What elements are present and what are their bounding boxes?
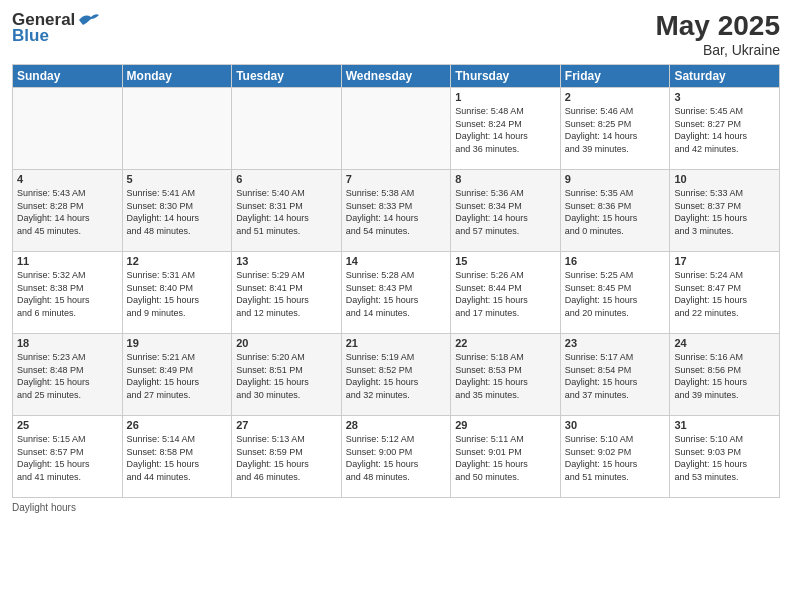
day-of-week-header: Thursday <box>451 65 561 88</box>
day-info: Sunrise: 5:12 AM Sunset: 9:00 PM Dayligh… <box>346 433 447 483</box>
calendar-cell: 14Sunrise: 5:28 AM Sunset: 8:43 PM Dayli… <box>341 252 451 334</box>
day-number: 21 <box>346 337 447 349</box>
day-of-week-header: Monday <box>122 65 232 88</box>
day-number: 16 <box>565 255 666 267</box>
day-number: 14 <box>346 255 447 267</box>
day-info: Sunrise: 5:23 AM Sunset: 8:48 PM Dayligh… <box>17 351 118 401</box>
calendar-cell <box>232 88 342 170</box>
calendar-cell: 30Sunrise: 5:10 AM Sunset: 9:02 PM Dayli… <box>560 416 670 498</box>
day-number: 11 <box>17 255 118 267</box>
day-number: 24 <box>674 337 775 349</box>
day-info: Sunrise: 5:21 AM Sunset: 8:49 PM Dayligh… <box>127 351 228 401</box>
day-number: 23 <box>565 337 666 349</box>
day-info: Sunrise: 5:19 AM Sunset: 8:52 PM Dayligh… <box>346 351 447 401</box>
day-info: Sunrise: 5:26 AM Sunset: 8:44 PM Dayligh… <box>455 269 556 319</box>
page-container: General Blue May 2025 Bar, Ukraine Sunda… <box>0 0 792 612</box>
calendar-cell: 31Sunrise: 5:10 AM Sunset: 9:03 PM Dayli… <box>670 416 780 498</box>
calendar-cell: 15Sunrise: 5:26 AM Sunset: 8:44 PM Dayli… <box>451 252 561 334</box>
day-of-week-header: Saturday <box>670 65 780 88</box>
day-info: Sunrise: 5:25 AM Sunset: 8:45 PM Dayligh… <box>565 269 666 319</box>
calendar-table: SundayMondayTuesdayWednesdayThursdayFrid… <box>12 64 780 498</box>
day-info: Sunrise: 5:35 AM Sunset: 8:36 PM Dayligh… <box>565 187 666 237</box>
day-info: Sunrise: 5:41 AM Sunset: 8:30 PM Dayligh… <box>127 187 228 237</box>
day-info: Sunrise: 5:10 AM Sunset: 9:02 PM Dayligh… <box>565 433 666 483</box>
calendar-cell: 16Sunrise: 5:25 AM Sunset: 8:45 PM Dayli… <box>560 252 670 334</box>
day-number: 6 <box>236 173 337 185</box>
calendar-cell: 24Sunrise: 5:16 AM Sunset: 8:56 PM Dayli… <box>670 334 780 416</box>
calendar-cell: 13Sunrise: 5:29 AM Sunset: 8:41 PM Dayli… <box>232 252 342 334</box>
calendar-cell: 22Sunrise: 5:18 AM Sunset: 8:53 PM Dayli… <box>451 334 561 416</box>
day-info: Sunrise: 5:29 AM Sunset: 8:41 PM Dayligh… <box>236 269 337 319</box>
day-info: Sunrise: 5:31 AM Sunset: 8:40 PM Dayligh… <box>127 269 228 319</box>
day-number: 17 <box>674 255 775 267</box>
day-info: Sunrise: 5:38 AM Sunset: 8:33 PM Dayligh… <box>346 187 447 237</box>
logo-bird-icon <box>77 11 99 29</box>
day-number: 26 <box>127 419 228 431</box>
day-info: Sunrise: 5:46 AM Sunset: 8:25 PM Dayligh… <box>565 105 666 155</box>
day-info: Sunrise: 5:18 AM Sunset: 8:53 PM Dayligh… <box>455 351 556 401</box>
day-info: Sunrise: 5:33 AM Sunset: 8:37 PM Dayligh… <box>674 187 775 237</box>
footer-daylight-note: Daylight hours <box>12 502 780 513</box>
day-number: 12 <box>127 255 228 267</box>
day-number: 18 <box>17 337 118 349</box>
logo-blue: Blue <box>12 26 49 46</box>
day-of-week-header: Sunday <box>13 65 123 88</box>
calendar-cell: 1Sunrise: 5:48 AM Sunset: 8:24 PM Daylig… <box>451 88 561 170</box>
day-number: 3 <box>674 91 775 103</box>
day-number: 28 <box>346 419 447 431</box>
day-of-week-header: Friday <box>560 65 670 88</box>
day-number: 5 <box>127 173 228 185</box>
calendar-week-row: 25Sunrise: 5:15 AM Sunset: 8:57 PM Dayli… <box>13 416 780 498</box>
day-info: Sunrise: 5:15 AM Sunset: 8:57 PM Dayligh… <box>17 433 118 483</box>
calendar-cell: 28Sunrise: 5:12 AM Sunset: 9:00 PM Dayli… <box>341 416 451 498</box>
day-info: Sunrise: 5:45 AM Sunset: 8:27 PM Dayligh… <box>674 105 775 155</box>
calendar-cell <box>341 88 451 170</box>
calendar-cell: 26Sunrise: 5:14 AM Sunset: 8:58 PM Dayli… <box>122 416 232 498</box>
day-info: Sunrise: 5:11 AM Sunset: 9:01 PM Dayligh… <box>455 433 556 483</box>
day-number: 2 <box>565 91 666 103</box>
calendar-cell: 2Sunrise: 5:46 AM Sunset: 8:25 PM Daylig… <box>560 88 670 170</box>
day-info: Sunrise: 5:17 AM Sunset: 8:54 PM Dayligh… <box>565 351 666 401</box>
day-number: 10 <box>674 173 775 185</box>
day-number: 4 <box>17 173 118 185</box>
day-info: Sunrise: 5:13 AM Sunset: 8:59 PM Dayligh… <box>236 433 337 483</box>
calendar-week-row: 1Sunrise: 5:48 AM Sunset: 8:24 PM Daylig… <box>13 88 780 170</box>
day-number: 13 <box>236 255 337 267</box>
calendar-cell: 4Sunrise: 5:43 AM Sunset: 8:28 PM Daylig… <box>13 170 123 252</box>
calendar-cell <box>122 88 232 170</box>
calendar-cell: 3Sunrise: 5:45 AM Sunset: 8:27 PM Daylig… <box>670 88 780 170</box>
calendar-cell: 11Sunrise: 5:32 AM Sunset: 8:38 PM Dayli… <box>13 252 123 334</box>
logo: General Blue <box>12 10 99 46</box>
day-number: 1 <box>455 91 556 103</box>
calendar-week-row: 11Sunrise: 5:32 AM Sunset: 8:38 PM Dayli… <box>13 252 780 334</box>
day-number: 31 <box>674 419 775 431</box>
calendar-cell: 29Sunrise: 5:11 AM Sunset: 9:01 PM Dayli… <box>451 416 561 498</box>
day-info: Sunrise: 5:40 AM Sunset: 8:31 PM Dayligh… <box>236 187 337 237</box>
day-info: Sunrise: 5:20 AM Sunset: 8:51 PM Dayligh… <box>236 351 337 401</box>
calendar-cell: 21Sunrise: 5:19 AM Sunset: 8:52 PM Dayli… <box>341 334 451 416</box>
calendar-cell: 17Sunrise: 5:24 AM Sunset: 8:47 PM Dayli… <box>670 252 780 334</box>
header: General Blue May 2025 Bar, Ukraine <box>12 10 780 58</box>
day-number: 7 <box>346 173 447 185</box>
day-info: Sunrise: 5:14 AM Sunset: 8:58 PM Dayligh… <box>127 433 228 483</box>
calendar-header-row: SundayMondayTuesdayWednesdayThursdayFrid… <box>13 65 780 88</box>
calendar-cell: 27Sunrise: 5:13 AM Sunset: 8:59 PM Dayli… <box>232 416 342 498</box>
day-info: Sunrise: 5:24 AM Sunset: 8:47 PM Dayligh… <box>674 269 775 319</box>
day-number: 25 <box>17 419 118 431</box>
calendar-cell: 5Sunrise: 5:41 AM Sunset: 8:30 PM Daylig… <box>122 170 232 252</box>
calendar-cell: 6Sunrise: 5:40 AM Sunset: 8:31 PM Daylig… <box>232 170 342 252</box>
day-info: Sunrise: 5:16 AM Sunset: 8:56 PM Dayligh… <box>674 351 775 401</box>
day-number: 30 <box>565 419 666 431</box>
calendar-cell: 20Sunrise: 5:20 AM Sunset: 8:51 PM Dayli… <box>232 334 342 416</box>
calendar-week-row: 4Sunrise: 5:43 AM Sunset: 8:28 PM Daylig… <box>13 170 780 252</box>
day-of-week-header: Tuesday <box>232 65 342 88</box>
calendar-cell: 8Sunrise: 5:36 AM Sunset: 8:34 PM Daylig… <box>451 170 561 252</box>
day-number: 27 <box>236 419 337 431</box>
calendar-cell: 25Sunrise: 5:15 AM Sunset: 8:57 PM Dayli… <box>13 416 123 498</box>
day-number: 9 <box>565 173 666 185</box>
day-info: Sunrise: 5:48 AM Sunset: 8:24 PM Dayligh… <box>455 105 556 155</box>
day-number: 15 <box>455 255 556 267</box>
calendar-week-row: 18Sunrise: 5:23 AM Sunset: 8:48 PM Dayli… <box>13 334 780 416</box>
day-info: Sunrise: 5:10 AM Sunset: 9:03 PM Dayligh… <box>674 433 775 483</box>
calendar-cell: 19Sunrise: 5:21 AM Sunset: 8:49 PM Dayli… <box>122 334 232 416</box>
